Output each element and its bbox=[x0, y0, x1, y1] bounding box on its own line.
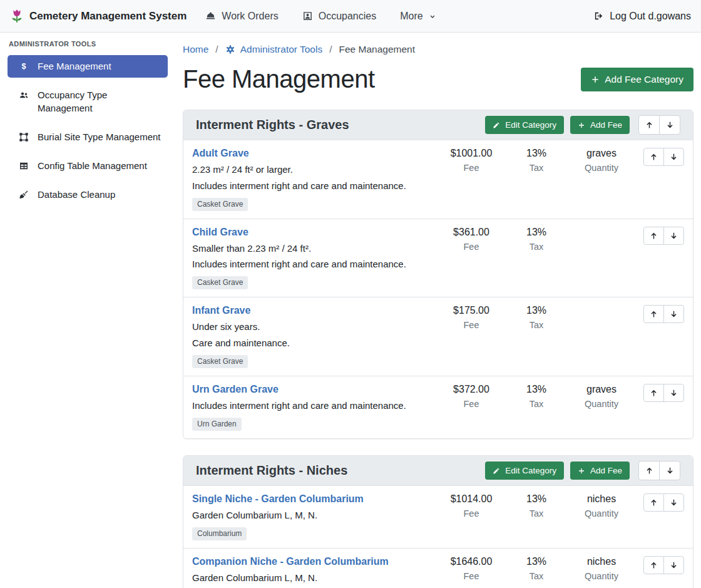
category-reorder-buttons bbox=[638, 115, 680, 135]
arrow-up-icon bbox=[650, 310, 658, 318]
sidebar-item-database-cleanup[interactable]: Database Cleanup bbox=[8, 183, 168, 206]
arrow-down-icon bbox=[670, 310, 678, 318]
fee-move-up-button[interactable] bbox=[643, 384, 664, 402]
fee-move-down-button[interactable] bbox=[663, 493, 684, 512]
fee-move-down-button[interactable] bbox=[663, 305, 684, 323]
arrow-down-icon bbox=[666, 467, 674, 475]
sidebar-item-label: Fee Management bbox=[38, 60, 111, 73]
sidebar-item-occupancy-type-management[interactable]: Occupancy Type Management bbox=[8, 84, 168, 120]
add-fee-label: Add Fee bbox=[590, 120, 622, 130]
fee-move-down-button[interactable] bbox=[663, 556, 684, 574]
nav-item-more[interactable]: More bbox=[400, 11, 436, 22]
vector-square-icon bbox=[18, 132, 30, 142]
fee-move-up-button[interactable] bbox=[643, 556, 664, 574]
fee-tax-value: 13% bbox=[504, 226, 569, 239]
sidebar-item-burial-site-type-management[interactable]: Burial Site Type Management bbox=[8, 126, 168, 148]
main-content: Home/Administrator Tools/Fee Management … bbox=[175, 33, 701, 588]
plus-icon bbox=[578, 467, 585, 475]
fee-name-link[interactable]: Infant Grave bbox=[192, 304, 250, 317]
breadcrumb-item-administrator-tools[interactable]: Administrator Tools bbox=[225, 44, 323, 55]
fee-tax: 13%Tax bbox=[504, 493, 569, 518]
app-brand[interactable]: Cemetery Management System bbox=[10, 9, 187, 24]
breadcrumb-label: Home bbox=[183, 44, 208, 55]
fee-category-list: Interment Rights - GravesEdit CategoryAd… bbox=[183, 110, 693, 588]
fee-amount-label: Fee bbox=[439, 242, 504, 252]
fee-row: Companion Niche - Garden ColumbariumGard… bbox=[183, 548, 693, 588]
fee-type-badge: Casket Grave bbox=[192, 276, 248, 289]
fee-amount: $1646.00Fee bbox=[439, 555, 504, 581]
app-title: Cemetery Management System bbox=[29, 10, 187, 23]
main-nav: Work OrdersOccupanciesMore bbox=[205, 11, 436, 22]
fee-tax-value: 13% bbox=[504, 493, 569, 505]
arrow-up-icon bbox=[650, 498, 658, 507]
fee-reorder-buttons bbox=[634, 226, 684, 245]
fee-tax-label: Tax bbox=[504, 163, 569, 173]
fee-tax: 13%Tax bbox=[504, 383, 569, 409]
logout-button[interactable]: Log Out d.gowans bbox=[593, 11, 691, 22]
breadcrumb-item-home[interactable]: Home bbox=[183, 44, 208, 55]
fee-amount: $1001.00Fee bbox=[439, 147, 504, 173]
arrow-down-icon bbox=[670, 561, 678, 569]
arrow-down-icon bbox=[670, 232, 678, 240]
category-move-up-button[interactable] bbox=[638, 461, 660, 480]
edit-category-label: Edit Category bbox=[505, 120, 556, 130]
fee-tax: 13%Tax bbox=[504, 555, 569, 581]
fee-name-link[interactable]: Urn Garden Grave bbox=[192, 383, 279, 396]
fee-move-up-button[interactable] bbox=[643, 305, 664, 323]
category-move-up-button[interactable] bbox=[638, 115, 660, 135]
fee-tax-value: 13% bbox=[504, 147, 569, 160]
fee-name-link[interactable]: Single Niche - Garden Columbarium bbox=[192, 493, 364, 505]
gear-icon bbox=[225, 44, 235, 54]
fee-tax-label: Tax bbox=[504, 399, 569, 409]
add-fee-button[interactable]: Add Fee bbox=[570, 462, 630, 480]
fee-type-badge: Columbarium bbox=[192, 527, 247, 540]
sidebar-item-config-table-management[interactable]: Config Table Management bbox=[8, 155, 168, 177]
fee-move-up-button[interactable] bbox=[643, 493, 664, 512]
category-move-down-button[interactable] bbox=[659, 461, 680, 480]
fee-description: Includes interment right and care and ma… bbox=[192, 259, 432, 271]
fee-description: Smaller than 2.23 m² / 24 ft². bbox=[192, 243, 432, 255]
sidebar-nav: $Fee ManagementOccupancy Type Management… bbox=[0, 55, 175, 207]
page-layout: ADMINISTRATOR TOOLS $Fee ManagementOccup… bbox=[0, 33, 701, 588]
arrow-up-icon bbox=[650, 153, 658, 161]
arrow-up-icon bbox=[645, 121, 653, 129]
fee-name-link[interactable]: Companion Niche - Garden Columbarium bbox=[192, 555, 389, 568]
chevron-down-icon bbox=[429, 13, 436, 21]
fee-row: Single Niche - Garden ColumbariumGarden … bbox=[183, 486, 693, 548]
fee-amount-value: $175.00 bbox=[439, 304, 504, 317]
edit-category-button[interactable]: Edit Category bbox=[485, 462, 564, 480]
arrow-down-icon bbox=[670, 153, 678, 161]
fee-move-down-button[interactable] bbox=[663, 227, 684, 245]
hard-hat-icon bbox=[205, 11, 216, 21]
fee-category-header: Interment Rights - GravesEdit CategoryAd… bbox=[183, 110, 693, 140]
fee-tax-value: 13% bbox=[504, 304, 569, 317]
nav-item-occupancies[interactable]: Occupancies bbox=[302, 11, 377, 22]
edit-category-button[interactable]: Edit Category bbox=[485, 116, 564, 134]
category-reorder-buttons bbox=[638, 461, 680, 480]
sidebar-heading: ADMINISTRATOR TOOLS bbox=[0, 40, 175, 55]
fee-reorder-buttons bbox=[634, 383, 684, 402]
fee-type-badge: Casket Grave bbox=[192, 355, 248, 368]
fee-name-link[interactable]: Adult Grave bbox=[192, 147, 249, 160]
fee-description: Includes interment right and care and ma… bbox=[192, 180, 432, 192]
fee-reorder-buttons bbox=[634, 555, 684, 574]
category-move-down-button[interactable] bbox=[659, 115, 680, 135]
fee-move-down-button[interactable] bbox=[663, 384, 684, 402]
fee-move-down-button[interactable] bbox=[663, 148, 684, 166]
sidebar-item-fee-management[interactable]: $Fee Management bbox=[8, 55, 168, 78]
fee-amount-label: Fee bbox=[439, 508, 504, 518]
add-fee-category-button[interactable]: Add Fee Category bbox=[581, 68, 693, 91]
fee-type-badge: Casket Grave bbox=[192, 198, 248, 211]
fee-amount-value: $361.00 bbox=[439, 226, 504, 239]
fee-move-up-button[interactable] bbox=[643, 227, 664, 245]
fee-move-up-button[interactable] bbox=[643, 148, 664, 166]
fee-quantity: gravesQuantity bbox=[569, 147, 634, 173]
fee-description: 2.23 m² / 24 ft² or larger. bbox=[192, 164, 432, 176]
nav-item-work-orders[interactable]: Work Orders bbox=[205, 11, 278, 22]
users-icon bbox=[18, 90, 30, 100]
add-fee-button[interactable]: Add Fee bbox=[570, 116, 630, 134]
fee-quantity-value: graves bbox=[569, 147, 634, 160]
fee-amount-label: Fee bbox=[439, 399, 504, 409]
arrow-up-icon bbox=[650, 232, 658, 240]
fee-name-link[interactable]: Child Grave bbox=[192, 226, 248, 239]
